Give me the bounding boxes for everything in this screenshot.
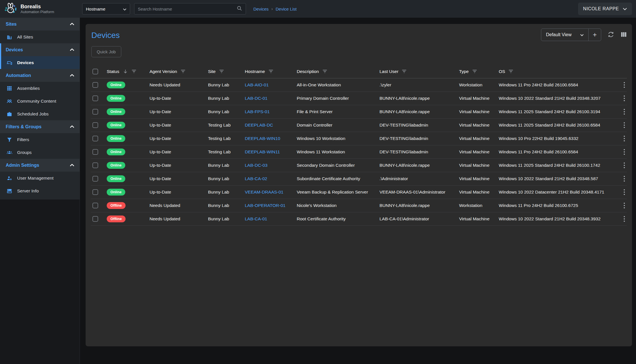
- filter-icon[interactable]: [132, 70, 136, 73]
- row-actions-kebab-icon[interactable]: [623, 82, 625, 88]
- column-header-type[interactable]: Type: [459, 69, 499, 74]
- column-header-last-user[interactable]: Last User: [379, 69, 459, 74]
- cell-hostname[interactable]: LAB-OPERATOR-01: [245, 203, 297, 208]
- row-actions-kebab-icon[interactable]: [623, 176, 625, 182]
- filter-icon[interactable]: [219, 70, 224, 73]
- sidebar-item-label: Scheduled Jobs: [17, 111, 49, 117]
- row-actions-kebab-icon[interactable]: [623, 216, 625, 222]
- quick-job-button[interactable]: Quick Job: [91, 46, 121, 57]
- sidebar-item-label: Server Info: [17, 188, 39, 194]
- filter-icon[interactable]: [402, 70, 407, 73]
- cell-type: Virtual Machine: [459, 96, 499, 101]
- search-category-select[interactable]: Hostname: [82, 3, 130, 15]
- column-header-status[interactable]: Status: [107, 69, 150, 74]
- cell-hostname[interactable]: LAB-CA-02: [245, 176, 297, 181]
- cell-site: Testing Lab: [208, 136, 245, 141]
- cell-hostname[interactable]: LAB-DC-01: [245, 96, 297, 101]
- column-header-agent-version[interactable]: Agent Version: [150, 69, 208, 74]
- filter-icon[interactable]: [181, 70, 185, 73]
- cell-description: Windows 11 Workstation: [297, 149, 379, 154]
- sidebar-section-filters-groups[interactable]: Filters & Groups: [0, 120, 80, 133]
- row-checkbox[interactable]: [92, 136, 98, 141]
- sidebar-item-filters[interactable]: Filters: [0, 133, 80, 146]
- cell-hostname[interactable]: DEEPLAB-DC: [245, 123, 297, 128]
- sidebar-section-admin-settings[interactable]: Admin Settings: [0, 159, 80, 172]
- cell-hostname[interactable]: VEEAM-DRAAS-01: [245, 190, 297, 195]
- cell-description: Primary Domain Controller: [297, 96, 379, 101]
- row-actions-kebab-icon[interactable]: [623, 189, 625, 195]
- user-menu-button[interactable]: NICOLE RAPPE: [578, 3, 632, 15]
- cell-site: Bunny Lab: [208, 203, 245, 208]
- columns-button[interactable]: [621, 31, 627, 38]
- sidebar-section-sites[interactable]: Sites: [0, 18, 80, 30]
- row-actions-kebab-icon[interactable]: [623, 149, 625, 155]
- sidebar-item-assemblies[interactable]: Assemblies: [0, 82, 80, 95]
- hostname-search: [134, 3, 246, 15]
- row-checkbox[interactable]: [92, 216, 98, 222]
- sidebar-item-user-management[interactable]: User Management: [0, 172, 80, 184]
- column-header-os[interactable]: OS: [499, 69, 615, 74]
- cell-site: Bunny Lab: [208, 216, 245, 221]
- cell-last-user: DEV-TESTING\labadmin: [379, 136, 459, 141]
- cell-hostname[interactable]: LAB-FPS-01: [245, 109, 297, 114]
- filter-icon[interactable]: [268, 70, 273, 73]
- sidebar-section-devices[interactable]: Devices: [0, 43, 80, 56]
- cell-type: Virtual Machine: [459, 123, 499, 128]
- sidebar-item-devices[interactable]: Devices: [0, 56, 80, 69]
- row-actions-kebab-icon[interactable]: [623, 135, 625, 142]
- cell-hostname[interactable]: LAB-AIO-01: [245, 82, 297, 88]
- sidebar-item-server-info[interactable]: Server Info: [0, 184, 80, 197]
- row-actions-kebab-icon[interactable]: [623, 122, 625, 128]
- breadcrumb-device-list[interactable]: Device List: [276, 7, 296, 11]
- sidebar-item-groups[interactable]: Groups: [0, 146, 80, 159]
- refresh-button[interactable]: [607, 31, 614, 39]
- cell-type: Virtual Machine: [459, 190, 499, 195]
- cell-description: File & Print Server: [297, 109, 379, 114]
- cell-last-user: BUNNY-LAB\nicole.rappe: [379, 203, 459, 208]
- row-actions-kebab-icon[interactable]: [623, 109, 625, 115]
- table-row: OnlineUp-to-DateTesting LabDEEPLAB-WIN10…: [91, 132, 627, 145]
- row-actions-kebab-icon[interactable]: [623, 95, 625, 101]
- sidebar-item-all-sites[interactable]: All Sites: [0, 30, 80, 43]
- row-checkbox[interactable]: [92, 82, 98, 88]
- column-header-hostname[interactable]: Hostname: [245, 69, 297, 74]
- sidebar-section-automation[interactable]: Automation: [0, 69, 80, 82]
- column-header-label: OS: [499, 69, 505, 74]
- cell-last-user: .\Administrator: [379, 176, 459, 181]
- filter-icon[interactable]: [508, 70, 513, 73]
- cell-os: Windows 11 2025 Standard 24H2 Build 2610…: [499, 109, 615, 114]
- cell-hostname[interactable]: DEEPLAB-WIN11: [245, 149, 297, 154]
- filter-icon[interactable]: [322, 70, 327, 73]
- sidebar-item-label: Groups: [17, 150, 32, 155]
- row-checkbox[interactable]: [92, 122, 98, 128]
- search-input[interactable]: [138, 7, 237, 11]
- cell-hostname[interactable]: LAB-DC-03: [245, 163, 297, 168]
- row-actions-kebab-icon[interactable]: [623, 202, 625, 209]
- cell-hostname[interactable]: DEEPLAB-WIN10: [245, 136, 297, 141]
- column-header-description[interactable]: Description: [297, 69, 379, 74]
- row-checkbox[interactable]: [92, 189, 98, 195]
- add-view-button[interactable]: +: [588, 29, 601, 41]
- filter-icon[interactable]: [472, 70, 477, 73]
- row-checkbox[interactable]: [92, 149, 98, 155]
- row-checkbox[interactable]: [92, 176, 98, 182]
- select-all-checkbox[interactable]: [92, 69, 98, 74]
- cell-description: Secondary Domain Controller: [297, 163, 379, 168]
- table-row: OnlineUp-to-DateBunny LabLAB-CA-02Subord…: [91, 172, 627, 186]
- columns-icon: [621, 31, 627, 38]
- row-checkbox[interactable]: [92, 109, 98, 115]
- cell-hostname[interactable]: LAB-CA-01: [245, 216, 297, 221]
- breadcrumb-separator-icon: ›: [271, 7, 273, 11]
- column-header-site[interactable]: Site: [208, 69, 245, 74]
- row-checkbox[interactable]: [92, 203, 98, 208]
- chevron-up-icon: [70, 22, 74, 27]
- cell-site: Bunny Lab: [208, 82, 245, 88]
- breadcrumb-devices[interactable]: Devices: [253, 7, 268, 11]
- sidebar-item-scheduled-jobs[interactable]: Scheduled Jobs: [0, 107, 80, 120]
- row-checkbox[interactable]: [92, 95, 98, 101]
- row-checkbox[interactable]: [92, 162, 98, 168]
- cell-agent-version: Up-to-Date: [150, 190, 208, 195]
- view-selector-dropdown[interactable]: Default View: [541, 29, 588, 41]
- row-actions-kebab-icon[interactable]: [623, 162, 625, 168]
- sidebar-item-community-content[interactable]: Community Content: [0, 95, 80, 107]
